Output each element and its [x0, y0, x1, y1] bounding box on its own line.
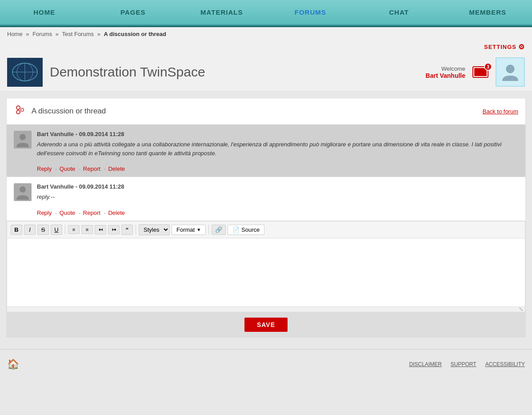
thread-header: A discussion or thread Back to forum: [7, 98, 525, 125]
resize-icon: ⤡: [519, 306, 523, 312]
svg-point-14: [20, 186, 26, 193]
save-bar: SAVE: [7, 312, 525, 337]
post-1-date: 09.09.2014 11:28: [79, 131, 124, 137]
post-1: Bart Vanhulle - 09.09.2014 11:28 Aderend…: [7, 125, 525, 177]
post-1-quote[interactable]: Quote: [60, 165, 75, 172]
breadcrumb-test-forums[interactable]: Test Forums: [62, 31, 94, 37]
post-2-date: 09.09.2014 11:28: [79, 183, 124, 190]
footer: 🏠 DISCLAIMER SUPPORT ACCESSIBILITY: [0, 349, 532, 375]
post-2: Bart Vanhulle - 09.09.2014 11:28 reply.-…: [7, 177, 525, 221]
post-2-avatar: [14, 183, 32, 201]
svg-point-12: [17, 111, 20, 113]
format-arrow-icon: ▼: [196, 227, 201, 232]
nav-materials[interactable]: MATERIALS: [177, 0, 266, 24]
breadcrumb-home[interactable]: Home: [7, 31, 23, 37]
breadcrumb-forums[interactable]: Forums: [32, 31, 52, 37]
settings-link[interactable]: SETTINGS ⚙: [484, 43, 525, 51]
content-area: A discussion or thread Back to forum Bar…: [0, 92, 532, 346]
italic-button[interactable]: I: [24, 225, 36, 235]
user-info: Welcome Bart Vanhulle 3: [426, 57, 525, 87]
back-to-forum-link[interactable]: Back to forum: [483, 108, 518, 115]
post-2-body: Bart Vanhulle - 09.09.2014 11:28 reply.-…: [37, 183, 518, 201]
post-1-body: Bart Vanhulle - 09.09.2014 11:28 Aderend…: [37, 131, 518, 157]
svg-point-13: [20, 134, 26, 140]
post-1-actions: Reply - Quote - Report - Delete: [7, 164, 525, 177]
footer-support[interactable]: SUPPORT: [451, 361, 476, 367]
post-2-delete[interactable]: Delete: [108, 210, 125, 216]
post-2-inner: Bart Vanhulle - 09.09.2014 11:28 reply.-…: [7, 177, 525, 208]
post-2-actions: Reply - Quote - Report - Delete: [7, 208, 525, 221]
welcome-block: Welcome Bart Vanhulle: [426, 65, 465, 79]
footer-links: DISCLAIMER SUPPORT ACCESSIBILITY: [409, 361, 525, 367]
nav-members[interactable]: MEMBERS: [444, 0, 532, 24]
site-title: Demonstration TwinSpace: [50, 64, 426, 80]
post-2-author: Bart Vanhulle: [37, 183, 74, 190]
toolbar-sep-3: [208, 225, 209, 234]
footer-accessibility[interactable]: ACCESSIBILITY: [485, 361, 525, 367]
post-1-sep: -: [76, 131, 79, 137]
format-button[interactable]: Format ▼: [172, 225, 206, 235]
styles-select[interactable]: Styles: [139, 224, 170, 235]
settings-bar: SETTINGS ⚙: [0, 41, 532, 53]
post-2-meta: Bart Vanhulle - 09.09.2014 11:28: [37, 183, 518, 190]
unordered-list-button[interactable]: ≡: [81, 225, 93, 234]
welcome-text: Welcome: [426, 65, 465, 72]
post-1-delete[interactable]: Delete: [108, 165, 125, 172]
footer-disclaimer[interactable]: DISCLAIMER: [409, 361, 441, 367]
nav-forums[interactable]: FORUMS: [266, 0, 355, 24]
source-button[interactable]: 📄 Source: [228, 225, 264, 235]
post-2-quote[interactable]: Quote: [60, 210, 75, 216]
welcome-name: Bart Vanhulle: [426, 72, 465, 79]
underline-button[interactable]: U: [51, 225, 62, 235]
resize-handle[interactable]: ⤡: [7, 306, 525, 312]
gear-icon: ⚙: [518, 43, 525, 51]
thread-card: A discussion or thread Back to forum Bar…: [6, 98, 526, 338]
message-badge: 3: [484, 63, 492, 71]
avatar[interactable]: [496, 57, 525, 87]
format-label: Format: [176, 226, 195, 233]
post-2-text: reply.--: [37, 193, 518, 201]
link-button[interactable]: 🔗: [212, 225, 226, 235]
outdent-button[interactable]: ↤: [95, 225, 106, 234]
svg-point-10: [17, 106, 20, 109]
ordered-list-button[interactable]: ≡: [68, 225, 80, 234]
source-label: Source: [241, 226, 260, 233]
nav-chat[interactable]: CHAT: [355, 0, 444, 24]
thread-icon: [14, 104, 26, 119]
post-1-report[interactable]: Report: [83, 165, 100, 172]
nav-pages[interactable]: PAGES: [89, 0, 178, 24]
breadcrumb: Home » Forums » Test Forums » A discussi…: [0, 27, 532, 41]
post-2-reply[interactable]: Reply: [37, 210, 52, 216]
site-logo: [7, 58, 43, 87]
site-header: Demonstration TwinSpace Welcome Bart Van…: [0, 53, 532, 92]
toolbar-sep-1: [65, 225, 65, 234]
footer-home-icon[interactable]: 🏠: [7, 359, 19, 370]
post-2-sep: -: [76, 183, 79, 190]
editor-container: B I S U ≡ ≡ ↤ ↦ “ Styles Format ▼ �: [7, 221, 525, 312]
post-1-reply[interactable]: Reply: [37, 165, 52, 172]
thread-title: A discussion or thread: [32, 107, 106, 116]
nav-home[interactable]: HOME: [0, 0, 89, 24]
post-1-avatar: [14, 131, 32, 149]
toolbar-sep-2: [136, 225, 136, 234]
settings-label: SETTINGS: [484, 44, 516, 50]
strikethrough-button[interactable]: S: [37, 225, 49, 235]
post-1-text: Aderendo a una o più attività collegate …: [37, 140, 518, 157]
post-2-report[interactable]: Report: [83, 210, 100, 216]
post-1-author: Bart Vanhulle: [37, 131, 74, 137]
main-nav: HOME PAGES MATERIALS FORUMS CHAT MEMBERS: [0, 0, 532, 26]
breadcrumb-current: A discussion or thread: [104, 31, 166, 37]
indent-button[interactable]: ↦: [108, 225, 120, 234]
bold-button[interactable]: B: [11, 225, 22, 235]
message-icon[interactable]: 3: [472, 66, 488, 78]
editor-toolbar: B I S U ≡ ≡ ↤ ↦ “ Styles Format ▼ �: [7, 222, 525, 238]
save-button[interactable]: SAVE: [244, 318, 288, 332]
post-1-inner: Bart Vanhulle - 09.09.2014 11:28 Aderend…: [7, 125, 525, 164]
source-file-icon: 📄: [232, 226, 240, 233]
blockquote-button[interactable]: “: [121, 225, 133, 235]
svg-point-11: [21, 109, 24, 111]
editor-area[interactable]: [7, 238, 525, 305]
post-1-meta: Bart Vanhulle - 09.09.2014 11:28: [37, 131, 518, 137]
